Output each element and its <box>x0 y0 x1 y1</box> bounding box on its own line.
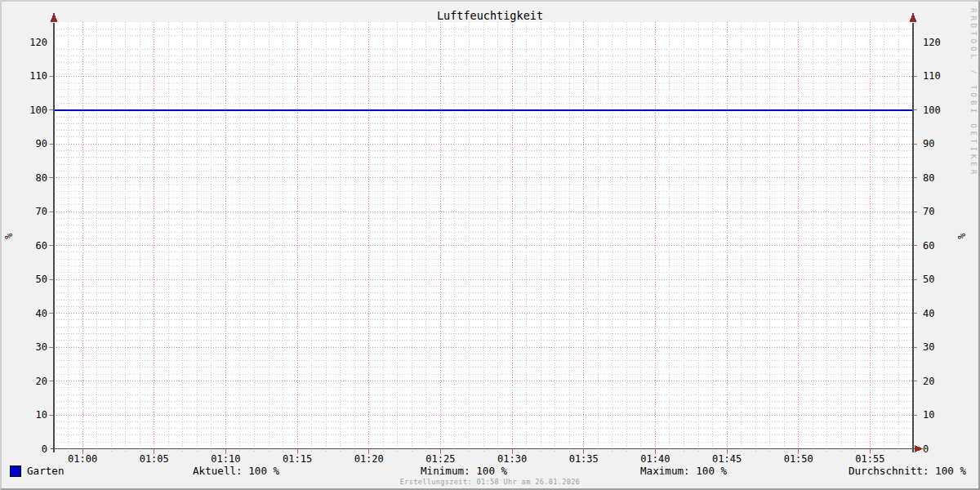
y-axis-label-right: % <box>956 233 967 238</box>
legend-row: Garten Aktuell: 100 % Minimum: 100 % Max… <box>2 464 978 478</box>
svg-text:30: 30 <box>923 341 934 353</box>
svg-text:01:35: 01:35 <box>569 453 599 465</box>
stat-durchschnitt: Durchschnitt: 100 % <box>849 465 966 477</box>
legend-swatch <box>10 466 21 477</box>
svg-text:01:45: 01:45 <box>712 453 742 465</box>
svg-text:40: 40 <box>923 308 934 319</box>
legend-series-label: Garten <box>27 465 65 477</box>
svg-text:20: 20 <box>923 376 934 387</box>
stat-aktuell: Aktuell: 100 % <box>193 465 279 477</box>
svg-text:0: 0 <box>42 443 47 455</box>
svg-text:01:55: 01:55 <box>855 453 884 465</box>
chart-plot-area: 0010102020303040405050606070708080909010… <box>2 2 978 488</box>
svg-text:01:50: 01:50 <box>784 453 813 465</box>
svg-text:90: 90 <box>36 138 47 149</box>
svg-text:70: 70 <box>923 206 934 217</box>
svg-text:110: 110 <box>923 70 941 82</box>
svg-text:01:05: 01:05 <box>140 453 169 465</box>
svg-text:90: 90 <box>923 138 934 149</box>
svg-text:01:30: 01:30 <box>497 453 527 465</box>
stat-minimum: Minimum: 100 % <box>421 465 507 477</box>
svg-text:40: 40 <box>36 308 47 319</box>
svg-text:0: 0 <box>923 443 929 455</box>
svg-text:60: 60 <box>923 240 934 252</box>
svg-text:100: 100 <box>29 105 47 116</box>
svg-text:120: 120 <box>29 37 47 48</box>
svg-text:100: 100 <box>923 105 941 116</box>
svg-text:60: 60 <box>36 240 47 252</box>
svg-text:20: 20 <box>36 376 47 387</box>
svg-text:110: 110 <box>29 70 47 82</box>
svg-text:01:40: 01:40 <box>640 453 670 465</box>
y-axis-label-left: % <box>2 233 14 238</box>
svg-text:01:00: 01:00 <box>68 453 97 465</box>
svg-text:10: 10 <box>36 409 47 421</box>
svg-text:01:20: 01:20 <box>354 453 384 465</box>
x-tick-labels: 01:0001:0501:1001:1501:2001:2501:3001:35… <box>68 453 884 465</box>
svg-text:70: 70 <box>36 206 47 217</box>
svg-text:50: 50 <box>36 274 47 285</box>
svg-text:01:25: 01:25 <box>425 453 455 465</box>
svg-text:30: 30 <box>36 341 47 353</box>
svg-text:01:10: 01:10 <box>211 453 240 465</box>
svg-text:80: 80 <box>36 172 47 184</box>
svg-text:80: 80 <box>923 172 934 184</box>
rrdtool-graph: Luftfeuchtigkeit 00101020203030404050506… <box>0 0 980 490</box>
stat-maximum: Maximum: 100 % <box>640 465 727 477</box>
svg-text:50: 50 <box>923 274 934 285</box>
rrdtool-watermark: RRDTOOL / TOBI OETIKER <box>969 8 978 177</box>
svg-text:01:15: 01:15 <box>283 453 312 465</box>
svg-text:10: 10 <box>923 409 934 421</box>
svg-text:120: 120 <box>923 37 941 48</box>
creation-timestamp: Erstellungszeit: 01:58 Uhr am 26.01.2026 <box>2 478 978 486</box>
